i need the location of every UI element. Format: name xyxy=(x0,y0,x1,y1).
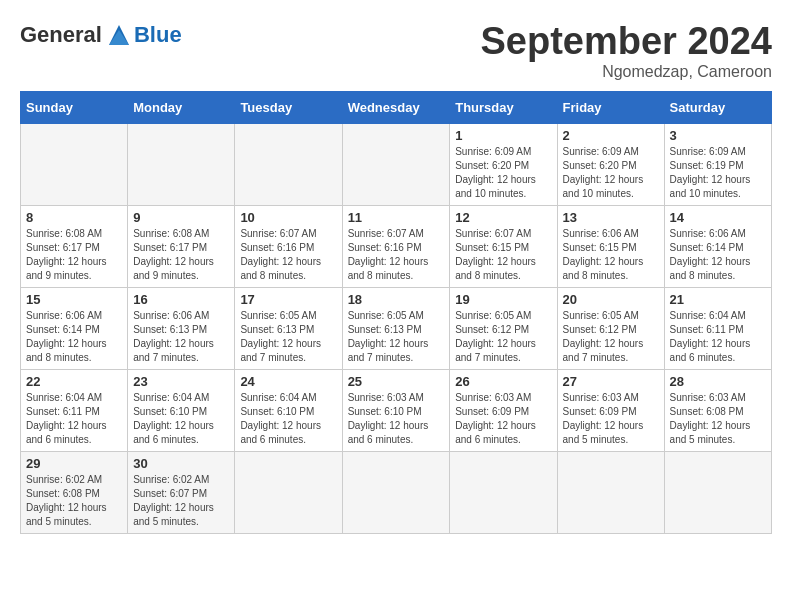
calendar-cell xyxy=(128,124,235,206)
calendar-cell: 10Sunrise: 6:07 AMSunset: 6:16 PMDayligh… xyxy=(235,206,342,288)
calendar-cell xyxy=(21,124,128,206)
day-info: Sunrise: 6:06 AMSunset: 6:13 PMDaylight:… xyxy=(133,309,229,365)
day-number: 13 xyxy=(563,210,659,225)
day-number: 10 xyxy=(240,210,336,225)
location: Ngomedzap, Cameroon xyxy=(481,63,773,81)
logo: General Blue xyxy=(20,20,182,50)
day-number: 24 xyxy=(240,374,336,389)
calendar-cell: 9Sunrise: 6:08 AMSunset: 6:17 PMDaylight… xyxy=(128,206,235,288)
calendar-cell: 19Sunrise: 6:05 AMSunset: 6:12 PMDayligh… xyxy=(450,288,557,370)
calendar-cell: 16Sunrise: 6:06 AMSunset: 6:13 PMDayligh… xyxy=(128,288,235,370)
day-number: 17 xyxy=(240,292,336,307)
day-number: 30 xyxy=(133,456,229,471)
day-info: Sunrise: 6:03 AMSunset: 6:09 PMDaylight:… xyxy=(455,391,551,447)
calendar-header-row: SundayMondayTuesdayWednesdayThursdayFrid… xyxy=(21,92,772,124)
day-number: 26 xyxy=(455,374,551,389)
day-info: Sunrise: 6:05 AMSunset: 6:13 PMDaylight:… xyxy=(348,309,445,365)
calendar-table: SundayMondayTuesdayWednesdayThursdayFrid… xyxy=(20,91,772,534)
day-info: Sunrise: 6:06 AMSunset: 6:14 PMDaylight:… xyxy=(26,309,122,365)
calendar-cell xyxy=(342,124,450,206)
month-title: September 2024 xyxy=(481,20,773,63)
svg-marker-1 xyxy=(109,30,129,45)
calendar-cell: 1Sunrise: 6:09 AMSunset: 6:20 PMDaylight… xyxy=(450,124,557,206)
day-info: Sunrise: 6:08 AMSunset: 6:17 PMDaylight:… xyxy=(133,227,229,283)
day-info: Sunrise: 6:03 AMSunset: 6:10 PMDaylight:… xyxy=(348,391,445,447)
day-info: Sunrise: 6:05 AMSunset: 6:13 PMDaylight:… xyxy=(240,309,336,365)
day-info: Sunrise: 6:03 AMSunset: 6:09 PMDaylight:… xyxy=(563,391,659,447)
calendar-cell: 17Sunrise: 6:05 AMSunset: 6:13 PMDayligh… xyxy=(235,288,342,370)
day-info: Sunrise: 6:07 AMSunset: 6:16 PMDaylight:… xyxy=(348,227,445,283)
column-header-tuesday: Tuesday xyxy=(235,92,342,124)
calendar-cell: 25Sunrise: 6:03 AMSunset: 6:10 PMDayligh… xyxy=(342,370,450,452)
day-number: 20 xyxy=(563,292,659,307)
day-number: 11 xyxy=(348,210,445,225)
day-number: 8 xyxy=(26,210,122,225)
calendar-cell: 15Sunrise: 6:06 AMSunset: 6:14 PMDayligh… xyxy=(21,288,128,370)
day-info: Sunrise: 6:04 AMSunset: 6:11 PMDaylight:… xyxy=(670,309,766,365)
day-number: 27 xyxy=(563,374,659,389)
day-number: 1 xyxy=(455,128,551,143)
calendar-cell xyxy=(235,124,342,206)
day-number: 9 xyxy=(133,210,229,225)
calendar-cell: 22Sunrise: 6:04 AMSunset: 6:11 PMDayligh… xyxy=(21,370,128,452)
calendar-cell: 29Sunrise: 6:02 AMSunset: 6:08 PMDayligh… xyxy=(21,452,128,534)
day-info: Sunrise: 6:07 AMSunset: 6:16 PMDaylight:… xyxy=(240,227,336,283)
day-info: Sunrise: 6:06 AMSunset: 6:14 PMDaylight:… xyxy=(670,227,766,283)
day-number: 3 xyxy=(670,128,766,143)
column-header-monday: Monday xyxy=(128,92,235,124)
day-info: Sunrise: 6:06 AMSunset: 6:15 PMDaylight:… xyxy=(563,227,659,283)
day-number: 12 xyxy=(455,210,551,225)
day-number: 16 xyxy=(133,292,229,307)
calendar-cell xyxy=(450,452,557,534)
calendar-week-row: 15Sunrise: 6:06 AMSunset: 6:14 PMDayligh… xyxy=(21,288,772,370)
calendar-cell: 18Sunrise: 6:05 AMSunset: 6:13 PMDayligh… xyxy=(342,288,450,370)
calendar-week-row: 1Sunrise: 6:09 AMSunset: 6:20 PMDaylight… xyxy=(21,124,772,206)
page-header: General Blue September 2024 Ngomedzap, C… xyxy=(20,20,772,81)
column-header-sunday: Sunday xyxy=(21,92,128,124)
day-number: 2 xyxy=(563,128,659,143)
day-info: Sunrise: 6:04 AMSunset: 6:11 PMDaylight:… xyxy=(26,391,122,447)
calendar-cell xyxy=(557,452,664,534)
title-block: September 2024 Ngomedzap, Cameroon xyxy=(481,20,773,81)
logo-icon xyxy=(104,20,134,50)
day-number: 19 xyxy=(455,292,551,307)
day-info: Sunrise: 6:09 AMSunset: 6:19 PMDaylight:… xyxy=(670,145,766,201)
day-number: 22 xyxy=(26,374,122,389)
day-info: Sunrise: 6:05 AMSunset: 6:12 PMDaylight:… xyxy=(563,309,659,365)
calendar-cell xyxy=(342,452,450,534)
calendar-cell: 3Sunrise: 6:09 AMSunset: 6:19 PMDaylight… xyxy=(664,124,771,206)
column-header-wednesday: Wednesday xyxy=(342,92,450,124)
calendar-cell: 28Sunrise: 6:03 AMSunset: 6:08 PMDayligh… xyxy=(664,370,771,452)
calendar-cell: 13Sunrise: 6:06 AMSunset: 6:15 PMDayligh… xyxy=(557,206,664,288)
day-number: 15 xyxy=(26,292,122,307)
day-info: Sunrise: 6:09 AMSunset: 6:20 PMDaylight:… xyxy=(563,145,659,201)
column-header-thursday: Thursday xyxy=(450,92,557,124)
calendar-cell: 24Sunrise: 6:04 AMSunset: 6:10 PMDayligh… xyxy=(235,370,342,452)
day-number: 18 xyxy=(348,292,445,307)
day-info: Sunrise: 6:04 AMSunset: 6:10 PMDaylight:… xyxy=(133,391,229,447)
calendar-week-row: 8Sunrise: 6:08 AMSunset: 6:17 PMDaylight… xyxy=(21,206,772,288)
day-info: Sunrise: 6:08 AMSunset: 6:17 PMDaylight:… xyxy=(26,227,122,283)
calendar-cell: 26Sunrise: 6:03 AMSunset: 6:09 PMDayligh… xyxy=(450,370,557,452)
calendar-cell: 27Sunrise: 6:03 AMSunset: 6:09 PMDayligh… xyxy=(557,370,664,452)
day-info: Sunrise: 6:03 AMSunset: 6:08 PMDaylight:… xyxy=(670,391,766,447)
day-number: 25 xyxy=(348,374,445,389)
day-number: 28 xyxy=(670,374,766,389)
calendar-cell: 21Sunrise: 6:04 AMSunset: 6:11 PMDayligh… xyxy=(664,288,771,370)
day-number: 21 xyxy=(670,292,766,307)
calendar-cell xyxy=(664,452,771,534)
day-info: Sunrise: 6:02 AMSunset: 6:07 PMDaylight:… xyxy=(133,473,229,529)
calendar-cell: 30Sunrise: 6:02 AMSunset: 6:07 PMDayligh… xyxy=(128,452,235,534)
calendar-cell xyxy=(235,452,342,534)
day-info: Sunrise: 6:07 AMSunset: 6:15 PMDaylight:… xyxy=(455,227,551,283)
day-number: 14 xyxy=(670,210,766,225)
calendar-week-row: 22Sunrise: 6:04 AMSunset: 6:11 PMDayligh… xyxy=(21,370,772,452)
logo-general: General xyxy=(20,22,102,48)
day-info: Sunrise: 6:05 AMSunset: 6:12 PMDaylight:… xyxy=(455,309,551,365)
calendar-cell: 14Sunrise: 6:06 AMSunset: 6:14 PMDayligh… xyxy=(664,206,771,288)
column-header-saturday: Saturday xyxy=(664,92,771,124)
calendar-week-row: 29Sunrise: 6:02 AMSunset: 6:08 PMDayligh… xyxy=(21,452,772,534)
column-header-friday: Friday xyxy=(557,92,664,124)
calendar-cell: 20Sunrise: 6:05 AMSunset: 6:12 PMDayligh… xyxy=(557,288,664,370)
day-info: Sunrise: 6:02 AMSunset: 6:08 PMDaylight:… xyxy=(26,473,122,529)
